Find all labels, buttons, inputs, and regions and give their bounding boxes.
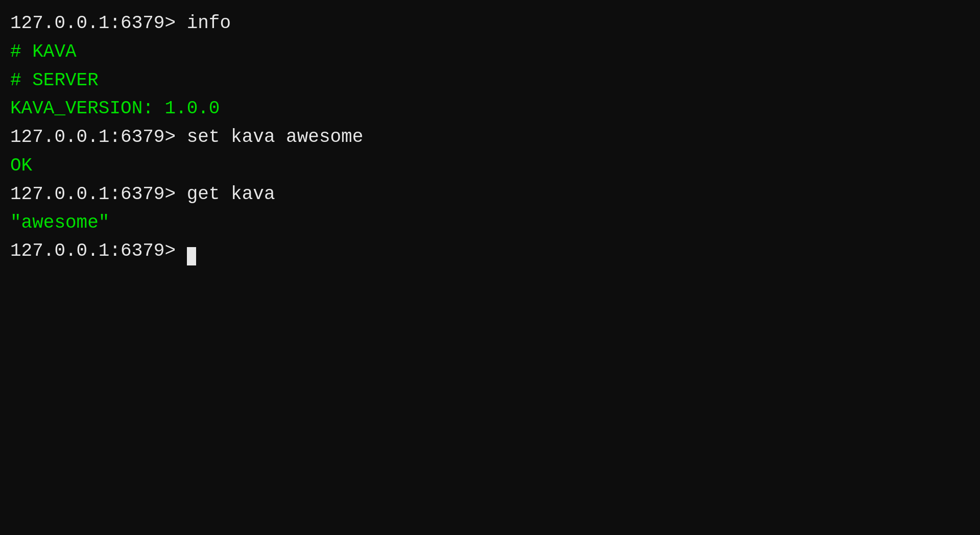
- response-3: # SERVER: [10, 66, 970, 95]
- response-6: OK: [10, 152, 970, 180]
- prompt-9: 127.0.0.1:6379>: [10, 240, 187, 261]
- response-2: # KAVA: [10, 38, 970, 66]
- prompt-7: 127.0.0.1:6379>: [10, 184, 187, 205]
- command-text-5: set kava awesome: [187, 127, 364, 148]
- prompt-5: 127.0.0.1:6379>: [10, 127, 187, 148]
- terminal-line-7: 127.0.0.1:6379> get kava: [10, 180, 970, 209]
- response-8: "awesome": [10, 209, 970, 237]
- command-text-1: info: [187, 13, 231, 34]
- terminal-line-9: 127.0.0.1:6379>: [10, 237, 970, 265]
- command-text-7: get kava: [187, 184, 275, 205]
- response-4: KAVA_VERSION: 1.0.0: [10, 94, 970, 123]
- terminal-line-1: 127.0.0.1:6379> info: [10, 9, 970, 38]
- cursor: [187, 247, 196, 265]
- terminal-line-5: 127.0.0.1:6379> set kava awesome: [10, 123, 970, 152]
- prompt-1: 127.0.0.1:6379>: [10, 13, 187, 34]
- terminal-window: 127.0.0.1:6379> info# KAVA# SERVERKAVA_V…: [10, 9, 970, 265]
